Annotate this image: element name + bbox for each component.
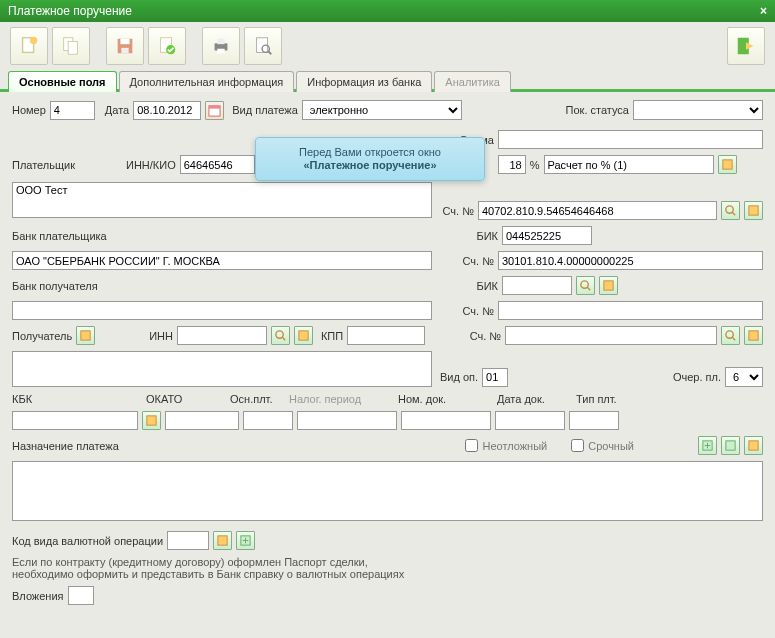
recv-bik-input[interactable]: [502, 276, 572, 295]
purpose-btn1-icon[interactable]: [698, 436, 717, 455]
inn-list-icon[interactable]: [294, 326, 313, 345]
window-title: Платежное поручение: [8, 4, 132, 18]
label-paytype: Вид платежа: [232, 104, 298, 116]
copy-button[interactable]: [52, 27, 90, 65]
svg-rect-35: [749, 441, 758, 450]
calc-percent: [544, 155, 714, 174]
payer-bank-name: [12, 251, 432, 270]
recvacc-list-icon[interactable]: [744, 326, 763, 345]
preview-button[interactable]: [244, 27, 282, 65]
purpose-input[interactable]: [12, 461, 763, 521]
svg-line-23: [587, 287, 590, 290]
kbk-input[interactable]: [12, 411, 138, 430]
sum-input[interactable]: [498, 130, 763, 149]
okato-input[interactable]: [165, 411, 239, 430]
kodval-lookup-icon[interactable]: [213, 531, 232, 550]
label-number: Номер: [12, 104, 46, 116]
status-select[interactable]: [633, 100, 763, 120]
print-button[interactable]: [202, 27, 240, 65]
bik-search-icon[interactable]: [576, 276, 595, 295]
label-innkio: ИНН/КИО: [126, 159, 176, 171]
label-recv-acc: Сч. №: [467, 330, 501, 342]
svg-line-20: [732, 212, 735, 215]
kpp-input[interactable]: [347, 326, 425, 345]
paytype-select[interactable]: электронно: [302, 100, 462, 120]
titlebar: Платежное поручение ×: [0, 0, 775, 22]
date-input[interactable]: [133, 101, 201, 120]
label-tipplt: Тип плт.: [576, 393, 617, 405]
acc-list-icon[interactable]: [744, 201, 763, 220]
tab-additional[interactable]: Дополнительная информация: [119, 71, 295, 92]
percent-lookup-icon[interactable]: [718, 155, 737, 174]
svg-point-26: [276, 331, 283, 338]
close-icon[interactable]: ×: [760, 4, 767, 18]
purpose-btn3-icon[interactable]: [744, 436, 763, 455]
acc-search-icon[interactable]: [721, 201, 740, 220]
tab-analytics[interactable]: Аналитика: [434, 71, 510, 92]
recv-bank-acc: [498, 301, 763, 320]
exit-button[interactable]: [727, 27, 765, 65]
svg-rect-28: [299, 331, 308, 340]
kbk-lookup-icon[interactable]: [142, 411, 161, 430]
svg-rect-36: [218, 536, 227, 545]
calendar-icon[interactable]: [205, 101, 224, 120]
svg-line-27: [282, 337, 285, 340]
new-button[interactable]: [10, 27, 48, 65]
tab-main[interactable]: Основные поля: [8, 71, 117, 92]
svg-rect-25: [81, 331, 90, 340]
innkio-input[interactable]: [180, 155, 255, 174]
ocher-select[interactable]: 6: [725, 367, 763, 387]
label-urgent1: Неотложный: [482, 440, 547, 452]
osn-input[interactable]: [243, 411, 293, 430]
svg-rect-31: [749, 331, 758, 340]
payer-acc-input[interactable]: [478, 201, 717, 220]
kodval-input[interactable]: [167, 531, 209, 550]
inn-search-icon[interactable]: [271, 326, 290, 345]
svg-rect-32: [147, 416, 156, 425]
datadok-input[interactable]: [495, 411, 565, 430]
urgent1-check[interactable]: [465, 439, 478, 452]
label-payer-acc: Сч. №: [440, 205, 474, 217]
label-kpp: КПП: [321, 330, 343, 342]
label-payerbank-acc: Сч. №: [460, 255, 494, 267]
svg-point-1: [30, 37, 37, 44]
recv-lookup-icon[interactable]: [76, 326, 95, 345]
save-button[interactable]: [106, 27, 144, 65]
svg-rect-5: [120, 39, 129, 45]
inn-input[interactable]: [177, 326, 267, 345]
svg-point-29: [726, 331, 733, 338]
label-okato: ОКАТО: [146, 393, 226, 405]
urgent2-check[interactable]: [571, 439, 584, 452]
label-ocher: Очер. пл.: [673, 371, 721, 383]
label-payer-bik: БИК: [464, 230, 498, 242]
number-input[interactable]: [50, 101, 95, 120]
label-nalog: Налог. период: [289, 393, 394, 405]
purpose-btn2-icon[interactable]: [721, 436, 740, 455]
percent-input[interactable]: [498, 155, 526, 174]
svg-rect-10: [217, 39, 224, 45]
payer-name-input[interactable]: ООО Тест: [12, 182, 432, 218]
label-osn: Осн.плт.: [230, 393, 285, 405]
svg-rect-11: [217, 49, 224, 54]
label-attach: Вложения: [12, 590, 64, 602]
nalog-input[interactable]: [297, 411, 397, 430]
svg-rect-24: [604, 281, 613, 290]
svg-rect-6: [121, 48, 128, 54]
tooltip: Перед Вами откроется окно «Платежное пор…: [255, 137, 485, 181]
nomdok-input[interactable]: [401, 411, 491, 430]
svg-point-19: [726, 206, 733, 213]
recv-acc-input[interactable]: [505, 326, 717, 345]
svg-rect-21: [749, 206, 758, 215]
recvacc-search-icon[interactable]: [721, 326, 740, 345]
approve-button[interactable]: [148, 27, 186, 65]
tab-bankinfo[interactable]: Информация из банка: [296, 71, 432, 92]
tipplt-input[interactable]: [569, 411, 619, 430]
label-date: Дата: [105, 104, 129, 116]
svg-line-30: [732, 337, 735, 340]
kodval-add-icon[interactable]: [236, 531, 255, 550]
label-recv-bik: БИК: [464, 280, 498, 292]
svg-rect-17: [209, 105, 220, 108]
recv-name-input[interactable]: [12, 351, 432, 387]
tabs: Основные поля Дополнительная информация …: [0, 70, 775, 92]
bik-list-icon[interactable]: [599, 276, 618, 295]
